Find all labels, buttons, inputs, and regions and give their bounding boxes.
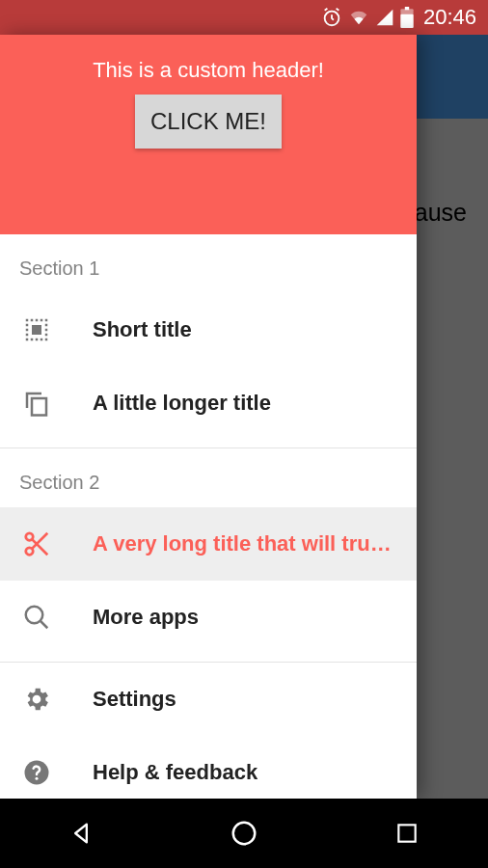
drawer-header-text: This is a custom header! (93, 58, 324, 83)
nav-item-settings[interactable]: Settings (0, 663, 417, 736)
nav-item-long-truncate[interactable]: A very long title that will truncate… (0, 507, 417, 581)
svg-rect-2 (400, 14, 413, 28)
nav-item-more-apps[interactable]: More apps (0, 581, 417, 654)
svg-rect-4 (32, 325, 41, 335)
gear-icon (19, 682, 54, 717)
navigation-drawer: This is a custom header! CLICK ME! Secti… (0, 35, 417, 799)
battery-icon (400, 7, 414, 28)
cellular-icon (375, 8, 394, 27)
svg-rect-15 (398, 825, 415, 841)
nav-item-short-title[interactable]: Short title (0, 293, 417, 366)
nav-item-label: Help & feedback (93, 760, 258, 785)
nav-item-help-feedback[interactable]: Help & feedback (0, 736, 417, 799)
svg-line-11 (41, 621, 48, 629)
click-me-button[interactable]: CLICK ME! (135, 95, 282, 149)
section-1-label: Section 1 (0, 234, 417, 293)
svg-point-14 (233, 823, 256, 845)
svg-point-13 (36, 777, 39, 780)
svg-rect-5 (32, 398, 46, 416)
nav-item-label: A very long title that will truncate… (93, 531, 397, 556)
select-all-icon (19, 312, 54, 347)
back-button[interactable] (65, 817, 97, 850)
drawer-header: This is a custom header! CLICK ME! (0, 35, 417, 234)
clock-text: 20:46 (423, 5, 476, 30)
alarm-icon (321, 7, 342, 28)
copy-icon (19, 386, 54, 420)
svg-point-10 (26, 607, 43, 624)
wifi-icon (348, 7, 369, 28)
home-button[interactable] (228, 817, 260, 850)
system-nav-bar (0, 799, 488, 868)
status-bar: 20:46 (0, 0, 488, 35)
section-2-label: Section 2 (0, 448, 417, 507)
cut-icon (19, 527, 54, 561)
nav-item-longer-title[interactable]: A little longer title (0, 366, 417, 440)
nav-item-label: A little longer title (93, 391, 271, 416)
svg-rect-3 (405, 7, 409, 10)
nav-item-label: Settings (93, 687, 176, 712)
svg-point-6 (26, 533, 34, 541)
drawer-body[interactable]: Section 1 Short title A little longer ti… (0, 234, 417, 799)
search-icon (19, 600, 54, 635)
recents-button[interactable] (391, 817, 423, 850)
nav-item-label: More apps (93, 605, 199, 630)
svg-point-7 (26, 548, 34, 556)
help-icon (19, 755, 54, 790)
nav-item-label: Short title (93, 317, 192, 342)
